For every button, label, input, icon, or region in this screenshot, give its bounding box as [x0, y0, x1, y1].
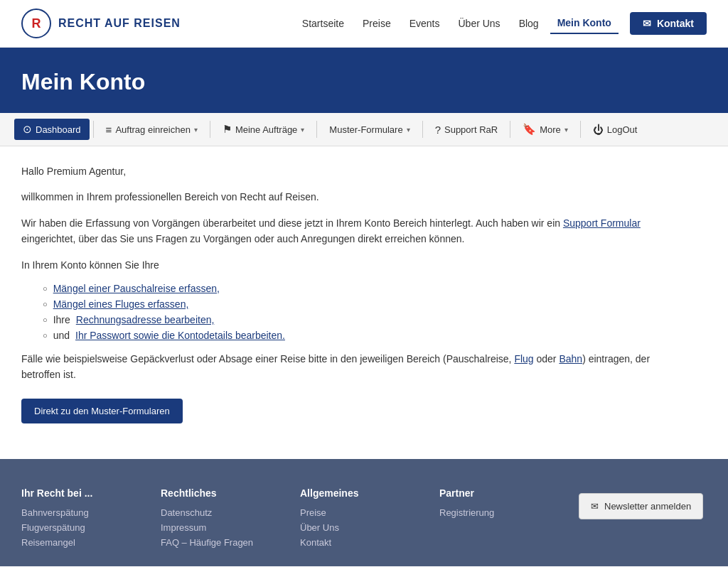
footer-col-recht-title: Ihr Recht bei ...	[21, 487, 146, 499]
list-intro-text: In Ihrem Konto können Sie Ihre	[21, 257, 661, 273]
bookmark-icon: 🔖	[523, 123, 536, 136]
footer-col-rechtliches-title: Rechtliches	[161, 487, 286, 499]
separator-2	[210, 121, 210, 138]
hero-banner: Mein Konto	[0, 48, 728, 113]
nav-events[interactable]: Events	[402, 14, 447, 33]
flug-link[interactable]: Flug	[514, 353, 533, 364]
separator-5	[510, 121, 510, 138]
logo-icon: R	[21, 9, 51, 38]
cases-pre: Fälle wie beispielsweise Gepäckverlust o…	[21, 353, 514, 364]
rechnungsadresse-pre: Ihre	[53, 314, 70, 325]
nav-startseite[interactable]: Startseite	[295, 14, 351, 33]
footer-faq-link[interactable]: FAQ – Häufige Fragen	[161, 537, 286, 548]
meine-auftraege-button[interactable]: ⚑ Meine Aufträge ▾	[214, 119, 313, 140]
list-item-2: Mängel eines Fluges erfassen,	[43, 298, 661, 310]
list-item-4: und Ihr Passwort sowie die Kontodetails …	[43, 330, 661, 341]
main-content: Hallo Premium Agentur, willkommen in Ihr…	[0, 146, 682, 445]
nav-mein-konto[interactable]: Mein Konto	[550, 13, 619, 34]
muster-formulare-direct-button[interactable]: Direkt zu den Muster-Formularen	[21, 399, 183, 423]
logout-icon: ⏻	[593, 124, 604, 136]
separator-4	[422, 121, 423, 138]
chevron-down-icon-3: ▾	[407, 126, 410, 134]
footer-flugverspaetung-link[interactable]: Flugverspätung	[21, 522, 146, 533]
footer-col-rechtliches: Rechtliches Datenschutz Impressum FAQ – …	[161, 487, 286, 552]
greeting-text: Hallo Premium Agentur,	[21, 163, 661, 179]
intro-para: Wir haben die Erfassung von Vorgängen üb…	[21, 215, 661, 247]
flug-erfassen-link[interactable]: Mängel eines Fluges erfassen,	[53, 298, 189, 310]
question-icon: ?	[435, 124, 441, 136]
support-button[interactable]: ? Support RaR	[427, 119, 507, 140]
footer-col-recht: Ihr Recht bei ... Bahnverspätung Flugver…	[21, 487, 146, 552]
footer-preise-link[interactable]: Preise	[300, 507, 425, 518]
list-icon: ≡	[106, 124, 112, 136]
chevron-down-icon: ▾	[194, 126, 198, 134]
footer-kontakt-link[interactable]: Kontakt	[300, 537, 425, 548]
nav-blog[interactable]: Blog	[512, 14, 546, 33]
footer-col-partner: Partner Registrierung	[439, 487, 564, 552]
support-formular-link[interactable]: Support Formular	[563, 217, 641, 229]
separator-3	[316, 121, 317, 138]
envelope-icon: ✉	[643, 18, 651, 29]
chevron-down-icon-4: ▾	[564, 126, 568, 134]
account-toolbar: ⊙ Dashboard ≡ Auftrag einreichen ▾ ⚑ Mei…	[0, 113, 728, 146]
cases-mid: oder	[534, 353, 560, 364]
nav-preise[interactable]: Preise	[355, 14, 398, 33]
footer-impressum-link[interactable]: Impressum	[161, 522, 286, 533]
intro-post: eingerichtet, über das Sie uns Fragen zu…	[21, 233, 464, 244]
envelope-icon-2: ✉	[591, 501, 599, 512]
passwort-link[interactable]: Ihr Passwort sowie die Kontodetails bear…	[75, 330, 285, 341]
separator-6	[580, 121, 581, 138]
list-item-3: Ihre Rechnungsadresse bearbeiten,	[43, 314, 661, 325]
passwort-pre: und	[53, 330, 70, 341]
intro-pre: Wir haben die Erfassung von Vorgängen üb…	[21, 217, 563, 229]
auftrag-einreichen-button[interactable]: ≡ Auftrag einreichen ▾	[97, 119, 206, 140]
welcome-text: willkommen in Ihrem professionellen Bere…	[21, 189, 661, 205]
newsletter-button[interactable]: ✉ Newsletter anmelden	[579, 493, 703, 519]
footer-reisemangel-link[interactable]: Reisemangel	[21, 537, 146, 548]
page-footer: Ihr Recht bei ... Bahnverspätung Flugver…	[0, 459, 728, 566]
list-item-1: Mängel einer Pauschalreise erfassen,	[43, 283, 661, 294]
bahn-link[interactable]: Bahn	[559, 353, 582, 364]
footer-col-allgemeines-title: Allgemeines	[300, 487, 425, 499]
footer-bahnverspaetung-link[interactable]: Bahnverspätung	[21, 507, 146, 518]
pauschalreise-link[interactable]: Mängel einer Pauschalreise erfassen,	[53, 283, 220, 294]
dashboard-icon: ⊙	[23, 123, 32, 136]
footer-col-partner-title: Partner	[439, 487, 564, 499]
nav-ueber-uns[interactable]: Über Uns	[451, 14, 507, 33]
footer-col-allgemeines: Allgemeines Preise Über Uns Kontakt	[300, 487, 425, 552]
cases-para: Fälle wie beispielsweise Gepäckverlust o…	[21, 351, 661, 383]
feature-list: Mängel einer Pauschalreise erfassen, Män…	[43, 283, 661, 341]
footer-registrierung-link[interactable]: Registrierung	[439, 507, 564, 518]
footer-grid: Ihr Recht bei ... Bahnverspätung Flugver…	[21, 487, 704, 552]
separator-1	[93, 121, 94, 138]
logout-button[interactable]: ⏻ LogOut	[584, 119, 646, 140]
more-button[interactable]: 🔖 More ▾	[514, 119, 577, 140]
rechnungsadresse-link[interactable]: Rechnungsadresse bearbeiten,	[76, 314, 215, 325]
logo-area: R RECHT AUF REISEN	[21, 9, 181, 38]
logo-text: RECHT AUF REISEN	[58, 17, 181, 30]
chevron-down-icon-2: ▾	[301, 126, 304, 134]
flag-icon: ⚑	[223, 123, 232, 136]
dashboard-button[interactable]: ⊙ Dashboard	[14, 119, 90, 140]
footer-datenschutz-link[interactable]: Datenschutz	[161, 507, 286, 518]
footer-ueber-uns-link[interactable]: Über Uns	[300, 522, 425, 533]
header: R RECHT AUF REISEN Startseite Preise Eve…	[0, 0, 728, 48]
page-title: Mein Konto	[21, 69, 707, 95]
muster-formulare-button[interactable]: Muster-Formulare ▾	[321, 120, 418, 139]
main-nav: Startseite Preise Events Über Uns Blog M…	[295, 12, 707, 35]
nav-kontakt-button[interactable]: ✉ Kontakt	[630, 12, 707, 35]
footer-col-newsletter: ✉ Newsletter anmelden	[579, 487, 704, 552]
